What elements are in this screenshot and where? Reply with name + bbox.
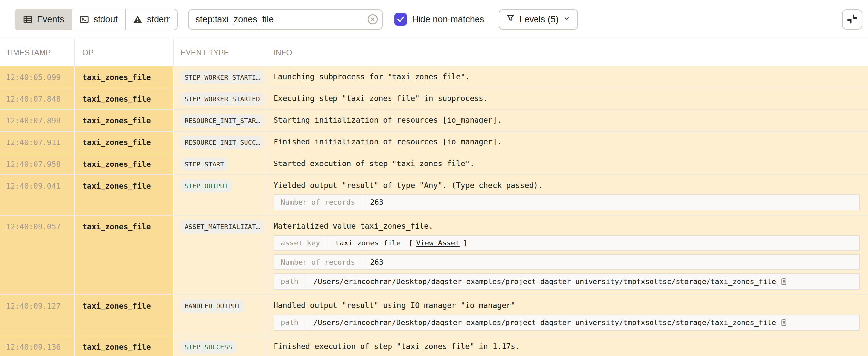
collapse-icon xyxy=(846,13,858,26)
hide-non-matches-toggle: Hide non-matches xyxy=(395,13,484,26)
hide-non-matches-checkbox[interactable] xyxy=(395,13,407,26)
log-timestamp: 12:40:07.958 xyxy=(0,153,75,174)
log-info-cell: Materialized value taxi_zones_file.asset… xyxy=(266,216,868,294)
log-op: taxi_zones_file xyxy=(75,175,174,215)
log-timestamp: 12:40:07.848 xyxy=(0,88,75,109)
log-event-type-cell: STEP_OUTPUT xyxy=(174,175,266,215)
log-timestamp: 12:40:05.099 xyxy=(0,67,75,87)
log-info-cell: Handled output "result" using IO manager… xyxy=(266,295,868,335)
log-info-text: Started execution of step "taxi_zones_fi… xyxy=(274,158,860,169)
log-row[interactable]: 12:40:07.848taxi_zones_fileSTEP_WORKER_S… xyxy=(0,88,868,110)
event-type-tag: STEP_OUTPUT xyxy=(181,179,232,192)
metadata-label: Number of records xyxy=(274,195,362,210)
metadata-value-text: 263 xyxy=(370,198,383,207)
metadata-label: path xyxy=(274,315,306,330)
log-info-cell: Finished initialization of resources [io… xyxy=(266,132,868,153)
path-link[interactable]: /Users/erincochran/Desktop/dagster-examp… xyxy=(313,277,776,286)
metadata-value-text: 263 xyxy=(370,258,383,266)
event-type-tag: STEP_START xyxy=(181,157,228,171)
metadata-table: Number of records263 xyxy=(274,254,860,270)
log-op: taxi_zones_file xyxy=(75,295,174,335)
log-timestamp: 12:40:09.136 xyxy=(0,336,75,356)
metadata-table: path/Users/erincochran/Desktop/dagster-e… xyxy=(274,274,860,289)
metadata-value: 263 xyxy=(362,195,860,210)
log-row[interactable]: 12:40:09.127taxi_zones_fileHANDLED_OUTPU… xyxy=(0,295,868,336)
tab-stdout[interactable]: stdout xyxy=(71,9,125,30)
event-type-tag: RESOURCE_INIT_SUCC… xyxy=(181,136,264,149)
log-info-cell: Yielded output "result" of type "Any". (… xyxy=(266,175,868,215)
bracket-open: [ xyxy=(404,239,413,247)
tab-label: Events xyxy=(37,14,64,25)
column-header-event-type: EVENT TYPE xyxy=(174,39,266,66)
log-info-text: Finished execution of step "taxi_zones_f… xyxy=(274,341,860,352)
log-timestamp: 12:40:09.041 xyxy=(0,175,75,215)
hide-non-matches-label: Hide non-matches xyxy=(412,14,484,25)
metadata-tables: Number of records263 xyxy=(274,194,860,210)
log-filter xyxy=(188,9,382,30)
table-icon xyxy=(23,14,33,24)
log-info-cell: Starting initialization of resources [io… xyxy=(266,110,868,131)
log-view-tabs: Events stdout stderr xyxy=(15,8,178,30)
tab-stderr[interactable]: stderr xyxy=(125,9,177,30)
toolbar: Events stdout stderr xyxy=(0,0,868,39)
log-op: taxi_zones_file xyxy=(75,67,174,87)
metadata-value: taxi_zones_file [View Asset] xyxy=(327,236,860,250)
tab-events[interactable]: Events xyxy=(16,9,71,30)
log-row[interactable]: 12:40:09.041taxi_zones_fileSTEP_OUTPUTYi… xyxy=(0,175,868,216)
log-op: taxi_zones_file xyxy=(75,132,174,153)
levels-dropdown[interactable]: Levels (5) xyxy=(499,9,578,30)
event-type-tag: STEP_WORKER_STARTED xyxy=(181,93,264,106)
circle-x-icon[interactable] xyxy=(367,13,379,25)
log-event-type-cell: STEP_START xyxy=(174,153,266,174)
bracket-close: ] xyxy=(463,239,467,247)
log-op: taxi_zones_file xyxy=(75,216,174,294)
metadata-label: Number of records xyxy=(274,255,362,270)
log-timestamp: 12:40:07.899 xyxy=(0,110,75,131)
log-row[interactable]: 12:40:09.057taxi_zones_fileASSET_MATERIA… xyxy=(0,216,868,295)
chevron-down-icon xyxy=(563,14,571,25)
metadata-table: path/Users/erincochran/Desktop/dagster-e… xyxy=(274,315,860,331)
log-event-type-cell: STEP_WORKER_STARTI… xyxy=(174,67,266,87)
metadata-label: asset_key xyxy=(274,236,327,250)
log-row[interactable]: 12:40:07.958taxi_zones_fileSTEP_STARTSta… xyxy=(0,153,868,175)
log-info-text: Handled output "result" using IO manager… xyxy=(274,300,860,311)
log-event-type-cell: STEP_SUCCESS xyxy=(174,336,266,356)
log-info-text: Materialized value taxi_zones_file. xyxy=(274,221,860,231)
log-info-text: Finished initialization of resources [io… xyxy=(274,137,860,147)
terminal-icon xyxy=(80,14,89,24)
log-info-text: Launching subprocess for "taxi_zones_fil… xyxy=(274,71,860,82)
log-row[interactable]: 12:40:05.099taxi_zones_fileSTEP_WORKER_S… xyxy=(0,67,868,88)
log-event-type-cell: RESOURCE_INIT_SUCC… xyxy=(174,132,266,153)
log-op: taxi_zones_file xyxy=(75,153,174,174)
table-header: TIMESTAMP OP EVENT TYPE INFO xyxy=(0,39,868,67)
log-row[interactable]: 12:40:07.899taxi_zones_fileRESOURCE_INIT… xyxy=(0,110,868,132)
log-op: taxi_zones_file xyxy=(75,336,174,356)
metadata-value: /Users/erincochran/Desktop/dagster-examp… xyxy=(306,315,860,330)
log-info-cell: Executing step "taxi_zones_file" in subp… xyxy=(266,88,868,109)
metadata-value-text: taxi_zones_file xyxy=(335,239,401,247)
levels-label: Levels (5) xyxy=(519,14,559,25)
view-asset-link[interactable]: View Asset xyxy=(416,239,459,247)
log-event-type-cell: ASSET_MATERIALIZAT… xyxy=(174,216,266,294)
event-type-tag: HANDLED_OUTPUT xyxy=(181,299,244,313)
log-timestamp: 12:40:07.911 xyxy=(0,132,75,153)
log-timestamp: 12:40:09.057 xyxy=(0,216,75,294)
path-link[interactable]: /Users/erincochran/Desktop/dagster-examp… xyxy=(313,319,776,327)
copy-icon[interactable] xyxy=(779,277,788,286)
warning-icon xyxy=(133,14,143,24)
log-event-type-cell: STEP_WORKER_STARTED xyxy=(174,88,266,109)
event-type-tag: RESOURCE_INIT_STAR… xyxy=(181,114,264,127)
metadata-value: /Users/erincochran/Desktop/dagster-examp… xyxy=(306,274,860,289)
log-info-text: Executing step "taxi_zones_file" in subp… xyxy=(274,93,860,104)
event-type-tag: STEP_SUCCESS xyxy=(181,341,236,354)
log-filter-input[interactable] xyxy=(188,9,382,30)
log-row[interactable]: 12:40:07.911taxi_zones_fileRESOURCE_INIT… xyxy=(0,132,868,153)
log-op: taxi_zones_file xyxy=(75,110,174,131)
copy-icon[interactable] xyxy=(779,318,788,327)
collapse-panel-button[interactable] xyxy=(842,9,862,30)
column-header-info: INFO xyxy=(266,39,868,66)
log-event-type-cell: RESOURCE_INIT_STAR… xyxy=(174,110,266,131)
log-row[interactable]: 12:40:09.136taxi_zones_fileSTEP_SUCCESSF… xyxy=(0,336,868,356)
log-rows: 12:40:05.099taxi_zones_fileSTEP_WORKER_S… xyxy=(0,67,868,356)
run-logs-panel: Events stdout stderr xyxy=(0,0,868,356)
